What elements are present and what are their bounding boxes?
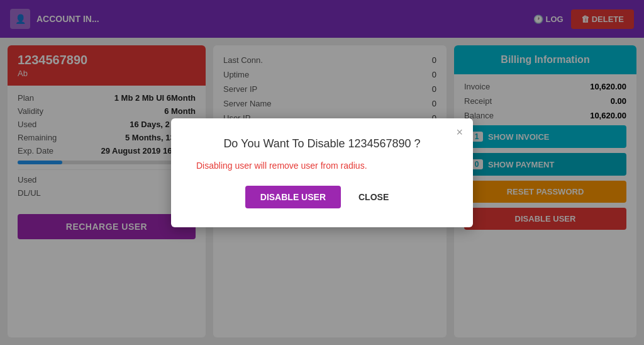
modal-close-x-button[interactable]: ×	[456, 126, 463, 139]
modal-dialog: × Do You Want To Disable 1234567890 ? Di…	[171, 118, 473, 227]
modal-close-button[interactable]: CLOSE	[348, 186, 399, 208]
modal-actions: DISABLE USER CLOSE	[196, 186, 448, 208]
modal-title: Do You Want To Disable 1234567890 ?	[196, 137, 448, 150]
modal-disable-user-button[interactable]: DISABLE USER	[245, 186, 341, 208]
modal-overlay[interactable]: × Do You Want To Disable 1234567890 ? Di…	[0, 0, 644, 345]
modal-warning: Disabling user will remove user from rad…	[196, 161, 448, 171]
